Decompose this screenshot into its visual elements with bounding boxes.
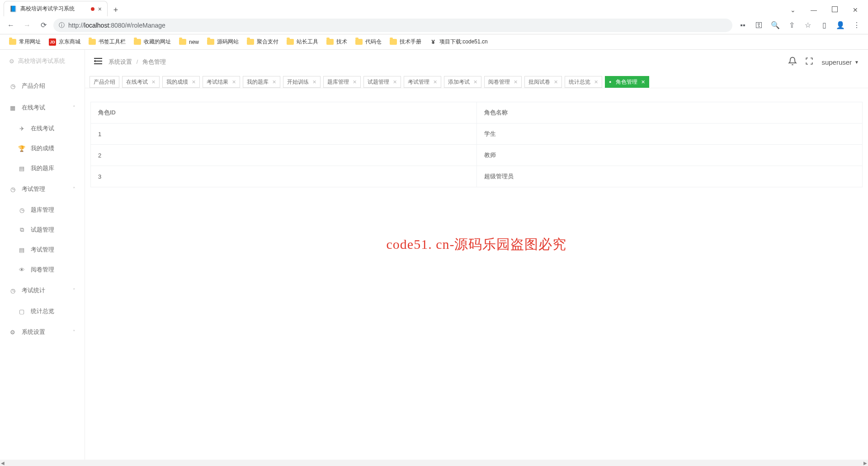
camera-icon[interactable]: ▪▪ — [738, 21, 748, 29]
bookmark-item[interactable]: 站长工具 — [284, 36, 321, 48]
new-tab-button[interactable]: + — [109, 4, 122, 16]
username-label: superuser — [821, 58, 852, 66]
folder-icon — [179, 39, 186, 45]
table-row[interactable]: 1学生 — [91, 124, 863, 145]
tab-chip[interactable]: 我的题库✕ — [243, 76, 280, 88]
browser-tab-active[interactable]: 📘 高校培训考试学习系统 × — [4, 1, 108, 16]
folder-icon — [355, 39, 363, 45]
site-icon: ¥ — [429, 38, 437, 46]
nav-forward-button[interactable]: → — [21, 19, 33, 32]
close-tab-icon[interactable]: ✕ — [393, 79, 397, 85]
collapse-sidebar-button[interactable] — [94, 57, 102, 67]
close-tab-icon[interactable]: ✕ — [514, 79, 518, 85]
folder-icon — [326, 39, 334, 45]
window-minimize-button[interactable]: — — [807, 6, 820, 14]
tab-chip[interactable]: 产品介绍 — [90, 76, 119, 88]
close-tab-icon[interactable]: ✕ — [232, 79, 236, 85]
bookmark-label: 代码仓 — [365, 38, 382, 46]
sidebar-subitem[interactable]: ▤考试管理 — [9, 240, 85, 260]
close-tab-icon[interactable]: ✕ — [353, 79, 357, 85]
key-icon[interactable]: ⚿ — [754, 21, 764, 29]
sidepanel-icon[interactable]: ▯ — [819, 21, 829, 29]
bookmark-item[interactable]: 技术手册 — [387, 36, 424, 48]
bookmark-item[interactable]: 聚合支付 — [244, 36, 281, 48]
window-close-button[interactable]: ✕ — [849, 6, 862, 14]
nav-reload-button[interactable]: ⟳ — [37, 19, 50, 32]
close-tab-icon[interactable]: ✕ — [641, 79, 645, 85]
tab-chip[interactable]: 角色管理✕ — [605, 76, 649, 88]
user-menu-toggle[interactable]: superuser ▼ — [821, 58, 859, 66]
address-bar[interactable]: ⓘ http://localhost:8080/#/roleManage — [53, 19, 732, 32]
close-tab-icon[interactable]: ✕ — [554, 79, 558, 85]
close-tab-icon[interactable]: × — [98, 5, 102, 13]
sidebar-item[interactable]: ⚙系统设置˅ — [0, 321, 85, 343]
bookmark-item[interactable]: 收藏的网址 — [131, 36, 174, 48]
site-info-icon[interactable]: ⓘ — [59, 21, 65, 29]
tab-chip[interactable]: 在线考试✕ — [122, 76, 160, 88]
tab-chip[interactable]: 阅卷管理✕ — [484, 76, 522, 88]
tab-chip[interactable]: 我的成绩✕ — [162, 76, 200, 88]
tab-chip[interactable]: 开始训练✕ — [283, 76, 321, 88]
sidebar-item[interactable]: ◷产品介绍 — [0, 75, 85, 97]
bookmark-item[interactable]: new — [176, 37, 202, 47]
window-maximize-button[interactable] — [828, 6, 841, 14]
close-tab-icon[interactable]: ✕ — [272, 79, 276, 85]
sidebar-item[interactable]: ◷考试统计˄ — [0, 280, 85, 301]
share-icon[interactable]: ⇪ — [787, 21, 797, 29]
sidebar-item[interactable]: ◷考试管理˄ — [0, 178, 85, 200]
tab-chip[interactable]: 统计总览✕ — [565, 76, 602, 88]
bookmark-item[interactable]: 代码仓 — [353, 36, 384, 48]
tab-dropdown-icon[interactable]: ⌄ — [787, 6, 799, 14]
bookmark-item[interactable]: JD京东商城 — [46, 36, 83, 48]
tab-chip[interactable]: 批阅试卷✕ — [524, 76, 562, 88]
breadcrumb: 系统设置 / 角色管理 — [108, 58, 166, 66]
bookmark-item[interactable]: 书签工具栏 — [86, 36, 128, 48]
sidebar-item-label: 考试统计 — [22, 286, 45, 295]
sidebar-subitem[interactable]: 🏆我的成绩 — [9, 138, 85, 158]
sidebar-subitem-label: 在线考试 — [31, 124, 54, 133]
tab-chip[interactable]: 试题管理✕ — [363, 76, 401, 88]
fullscreen-icon[interactable] — [805, 57, 813, 67]
table-row[interactable]: 3超级管理员 — [91, 166, 863, 187]
sidebar-subitem[interactable]: 👁阅卷管理 — [9, 260, 85, 280]
bookmark-star-icon[interactable]: ☆ — [803, 21, 813, 29]
tab-chip[interactable]: 考试管理✕ — [404, 76, 441, 88]
table-row[interactable]: 2教师 — [91, 145, 863, 166]
kebab-menu-icon[interactable]: ⋮ — [852, 21, 862, 29]
folder-icon — [89, 39, 96, 45]
sidebar-subitem[interactable]: ⧉试题管理 — [9, 220, 85, 240]
close-tab-icon[interactable]: ✕ — [433, 79, 437, 85]
tab-chip[interactable]: 添加考试✕ — [444, 76, 481, 88]
scroll-right-icon[interactable]: ▶ — [863, 461, 867, 466]
browser-toolbar: ← → ⟳ ⓘ http://localhost:8080/#/roleMana… — [0, 16, 868, 34]
scroll-left-icon[interactable]: ◀ — [1, 461, 5, 466]
sidebar-item[interactable]: ▦在线考试˄ — [0, 97, 85, 119]
sidebar-subitem[interactable]: ✈在线考试 — [9, 119, 85, 138]
sidebar-subitem[interactable]: ▤我的题库 — [9, 158, 85, 178]
horizontal-scrollbar[interactable]: ◀ ▶ — [0, 460, 868, 466]
bell-icon[interactable] — [788, 57, 797, 68]
sidebar-subitem[interactable]: ◷题库管理 — [9, 200, 85, 220]
tab-chip[interactable]: 题库管理✕ — [323, 76, 361, 88]
close-tab-icon[interactable]: ✕ — [151, 79, 156, 85]
scroll-track[interactable] — [5, 461, 863, 465]
close-tab-icon[interactable]: ✕ — [473, 79, 477, 85]
folder-icon — [390, 39, 397, 45]
tab-chip[interactable]: 考试结果✕ — [203, 76, 240, 88]
sidebar-subitem[interactable]: ▢统计总览 — [9, 301, 85, 321]
close-tab-icon[interactable]: ✕ — [192, 79, 196, 85]
bookmark-item[interactable]: 技术 — [324, 36, 350, 48]
zoom-icon[interactable]: 🔍 — [770, 21, 780, 29]
bookmark-item[interactable]: ¥项目下载:code51.cn — [427, 36, 491, 48]
nav-back-button[interactable]: ← — [5, 19, 17, 32]
breadcrumb-parent[interactable]: 系统设置 — [108, 58, 132, 65]
col-role-name: 角色名称 — [476, 102, 863, 124]
bookmark-item[interactable]: 常用网址 — [6, 36, 43, 48]
sidebar-item-label: 系统设置 — [22, 328, 45, 336]
close-tab-icon[interactable]: ✕ — [594, 79, 598, 85]
profile-avatar-icon[interactable]: 👤 — [835, 21, 845, 29]
tab-label: 阅卷管理 — [488, 78, 510, 86]
bookmark-item[interactable]: 源码网站 — [204, 36, 241, 48]
menu-icon: ◷ — [9, 186, 16, 193]
close-tab-icon[interactable]: ✕ — [312, 79, 316, 85]
